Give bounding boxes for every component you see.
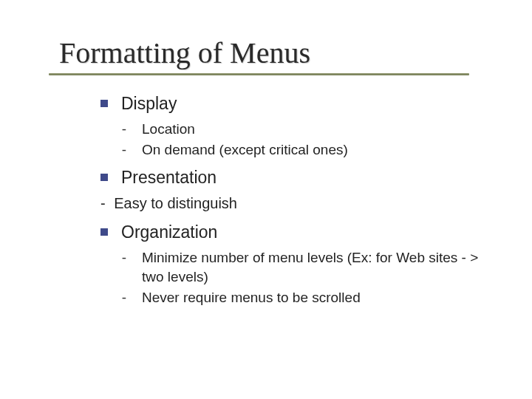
square-bullet-icon (100, 228, 108, 236)
sub-bullet-unindented: - Easy to distinguish (100, 194, 488, 214)
sub-bullet-text: Never require menus to be scrolled (142, 288, 488, 307)
title-underline (59, 73, 488, 76)
slide-title: Formatting of Menus (59, 35, 488, 70)
square-bullet-icon (100, 100, 108, 107)
dash-icon: - (121, 120, 127, 139)
sub-bullet: - Minimize number of menu levels (Ex: fo… (121, 248, 488, 286)
bullet-organization: Organization (100, 221, 488, 244)
bullet-presentation: Presentation (100, 166, 488, 189)
title-group: Formatting of Menus (59, 35, 488, 76)
sub-bullet: - On demand (except critical ones) (121, 140, 488, 160)
bullet-label: Presentation (121, 166, 488, 189)
dash-icon: - (100, 195, 106, 211)
sub-bullet: - Location (121, 120, 488, 139)
bullet-label: Organization (121, 221, 488, 244)
slide-body: Display - Location - On demand (except c… (59, 92, 488, 307)
dash-icon: - (121, 288, 127, 307)
square-bullet-icon (100, 174, 108, 181)
bullet-label: Display (121, 92, 488, 115)
dash-icon: - (121, 140, 127, 160)
sub-bullet-text: Easy to distinguish (114, 195, 237, 211)
slide: Formatting of Menus Display - Location -… (0, 0, 532, 399)
dash-icon: - (121, 248, 127, 267)
bullet-display: Display (100, 92, 488, 115)
sub-bullet-text: On demand (except critical ones) (142, 140, 488, 160)
sub-bullet-text: Location (142, 120, 488, 139)
sub-bullet-text: Minimize number of menu levels (Ex: for … (142, 248, 488, 286)
sub-bullet: - Never require menus to be scrolled (121, 288, 488, 307)
